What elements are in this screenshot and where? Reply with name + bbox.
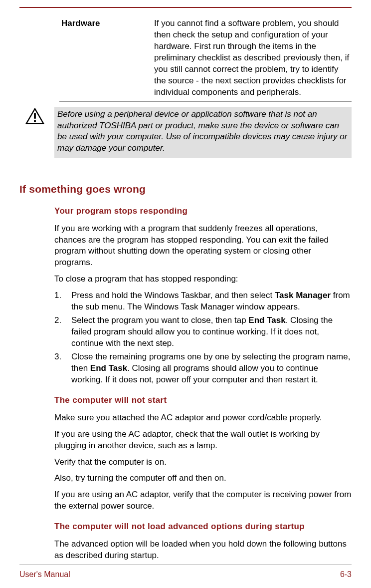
list-item: Press and hold the Windows Taskbar, and … [54,290,352,313]
heading-program-stops: Your program stops responding [54,206,352,217]
list-item: Select the program you want to close, th… [54,315,352,349]
bold-text: End Task [90,363,127,373]
steps-list: Press and hold the Windows Taskbar, and … [54,290,352,386]
paragraph: The advanced option will be loaded when … [54,539,352,562]
text: Press and hold the Windows Taskbar, and … [71,291,275,300]
page-footer: User's Manual 6-3 [19,565,352,580]
warning-text: Before using a peripheral device or appl… [54,107,352,159]
warning-callout: Before using a peripheral device or appl… [19,107,352,159]
heading-will-not-start: The computer will not start [54,395,352,406]
footer-right: 6-3 [340,569,352,580]
list-item: Close the remaining programs one by one … [54,351,352,386]
hardware-label: Hardware [59,18,154,98]
paragraph: If you are using an AC adaptor, verify t… [54,489,352,512]
paragraph: If you are working with a program that s… [54,223,352,269]
paragraph: Also, try turning the computer off and t… [54,473,352,484]
heading-advanced-options: The computer will not load advanced opti… [54,521,352,533]
page-content: Hardware If you cannot find a software p… [0,8,371,562]
paragraph: Verify that the computer is on. [54,457,352,468]
heading-if-something-goes-wrong: If something goes wrong [19,182,352,196]
paragraph: If you are using the AC adaptor, check t… [54,429,352,452]
hardware-row: Hardware If you cannot find a software p… [59,18,352,98]
svg-rect-2 [34,120,36,122]
paragraph: To close a program that has stopped resp… [54,274,352,285]
table-divider [59,101,352,102]
bold-text: Task Manager [275,291,331,300]
footer-left: User's Manual [19,569,70,580]
text: Select the program you want to close, th… [71,315,248,325]
paragraph: Make sure you attached the AC adaptor an… [54,412,352,424]
bold-text: End Task [248,315,285,325]
hardware-desc: If you cannot find a software problem, y… [154,18,352,98]
svg-rect-1 [34,113,36,118]
warning-icon [19,107,54,159]
